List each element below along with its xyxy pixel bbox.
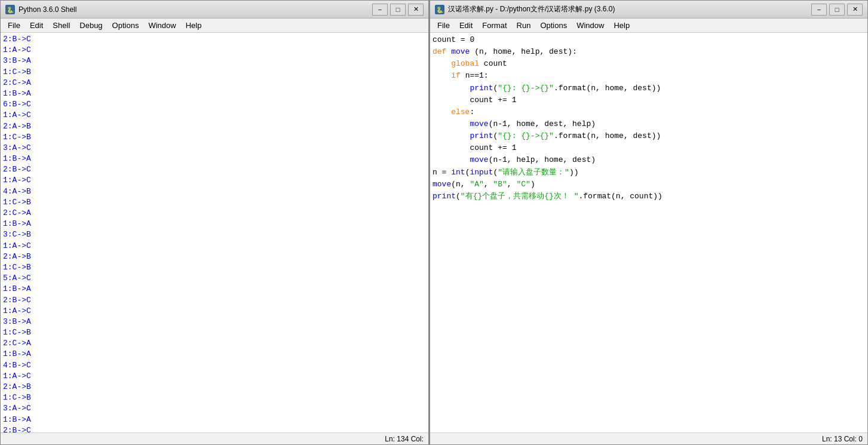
menu-options[interactable]: Options (535, 20, 572, 31)
list-item: 1:B->A (3, 88, 426, 99)
editor-title-bar: 🐍 汉诺塔求解.py - D:/python文件/汉诺塔求解.py (3.6.0… (430, 1, 867, 19)
list-item: 3:A->C (3, 403, 426, 414)
list-item: 5:A->C (3, 273, 426, 284)
editor-title-text: 汉诺塔求解.py - D:/python文件/汉诺塔求解.py (3.6.0) (448, 4, 615, 14)
shell-status-text: Ln: 134 Col: (385, 435, 424, 443)
python-icon: 🐍 (435, 5, 444, 14)
svg-text:🐍: 🐍 (7, 6, 14, 14)
list-item: 1:B->A (3, 284, 426, 294)
list-item: 4:A->B (3, 186, 426, 197)
menu-debug[interactable]: Debug (75, 20, 107, 31)
list-item: 1:A->C (3, 241, 426, 251)
code-line: global count (433, 58, 865, 70)
shell-title-bar: 🐍 Python 3.6.0 Shell − □ ✕ (1, 1, 428, 19)
menu-edit[interactable]: Edit (25, 20, 48, 31)
list-item: 6:B->C (3, 99, 426, 110)
menu-window[interactable]: Window (143, 20, 180, 31)
list-item: 1:A->C (3, 110, 426, 121)
editor-title-left: 🐍 汉诺塔求解.py - D:/python文件/汉诺塔求解.py (3.6.0… (435, 4, 615, 14)
maximize-button[interactable]: □ (829, 4, 845, 16)
shell-menu-bar: File Edit Shell Debug Options Window Hel… (1, 19, 428, 33)
editor-window-controls: − □ ✕ (811, 4, 863, 16)
list-item: 2:B->C (3, 34, 426, 45)
menu-file[interactable]: File (3, 20, 25, 31)
close-button[interactable]: ✕ (408, 4, 424, 16)
maximize-button[interactable]: □ (390, 4, 406, 16)
list-item: 2:B->C (3, 164, 426, 175)
list-item: 2:C->A (3, 208, 426, 219)
editor-window: 🐍 汉诺塔求解.py - D:/python文件/汉诺塔求解.py (3.6.0… (429, 0, 868, 445)
code-line: count = 0 (433, 34, 865, 46)
menu-options[interactable]: Options (108, 20, 144, 31)
list-item: 1:C->B (3, 262, 426, 273)
menu-help[interactable]: Help (181, 20, 207, 31)
list-item: 4:B->C (3, 360, 426, 371)
code-line: def move (n, home, help, dest): (433, 46, 865, 58)
code-line: print("{}: {}->{}".format(n, home, dest)… (433, 130, 865, 142)
menu-file[interactable]: File (433, 20, 455, 31)
list-item: 1:B->A (3, 415, 426, 425)
list-item: 2:A->B (3, 251, 426, 262)
code-line: if n==1: (433, 70, 865, 82)
list-item: 2:B->C (3, 425, 426, 432)
menu-run[interactable]: Run (512, 20, 536, 31)
list-item: 2:C->A (3, 338, 426, 349)
shell-content[interactable]: 2:B->C 1:A->C 3:B->A 1:C->B 2:C->A 1:B->… (1, 33, 428, 432)
list-item: 2:C->A (3, 78, 426, 88)
list-item: 3:B->A (3, 317, 426, 327)
editor-status-bar: Ln: 13 Col: 0 (430, 432, 867, 444)
list-item: 3:C->B (3, 229, 426, 240)
list-item: 1:A->C (3, 306, 426, 317)
editor-status-text: Ln: 13 Col: 0 (822, 435, 863, 443)
editor-menu-bar: File Edit Format Run Options Window Help (430, 19, 867, 33)
code-line: n = int(input("请输入盘子数量：")) (433, 167, 865, 179)
code-line: move(n-1, help, home, dest) (433, 154, 865, 166)
code-line: count += 1 (433, 94, 865, 106)
shell-window-controls: − □ ✕ (372, 4, 424, 16)
shell-title-left: 🐍 Python 3.6.0 Shell (5, 5, 76, 14)
code-editor[interactable]: count = 0 def move (n, home, help, dest)… (430, 33, 867, 432)
shell-status-bar: Ln: 134 Col: (1, 432, 428, 444)
list-item: 1:C->B (3, 392, 426, 403)
shell-window: 🐍 Python 3.6.0 Shell − □ ✕ File Edit She… (0, 0, 429, 445)
python-icon: 🐍 (5, 5, 15, 14)
list-item: 1:B->A (3, 349, 426, 360)
list-item: 2:A->B (3, 382, 426, 392)
list-item: 1:C->B (3, 327, 426, 338)
list-item: 1:C->B (3, 197, 426, 208)
shell-output: 2:B->C 1:A->C 3:B->A 1:C->B 2:C->A 1:B->… (3, 34, 426, 432)
code-line: print("{}: {}->{}".format(n, home, dest)… (433, 82, 865, 94)
list-item: 1:C->B (3, 67, 426, 78)
shell-title-text: Python 3.6.0 Shell (19, 5, 76, 14)
list-item: 1:C->B (3, 132, 426, 143)
svg-text:🐍: 🐍 (436, 6, 444, 14)
menu-shell[interactable]: Shell (48, 20, 75, 31)
menu-help[interactable]: Help (609, 20, 634, 31)
minimize-button[interactable]: − (372, 4, 388, 16)
code-line: else: (433, 106, 865, 118)
code-line: move(n, "A", "B", "C") (433, 179, 865, 191)
list-item: 3:A->C (3, 143, 426, 154)
code-line: print("有{}个盘子，共需移动{}次！ ".format(n, count… (433, 191, 865, 202)
list-item: 1:A->C (3, 175, 426, 186)
menu-window[interactable]: Window (572, 20, 609, 31)
list-item: 1:B->A (3, 154, 426, 164)
code-line: move(n-1, home, dest, help) (433, 118, 865, 130)
minimize-button[interactable]: − (811, 4, 827, 16)
list-item: 1:A->C (3, 371, 426, 382)
list-item: 2:B->C (3, 295, 426, 306)
code-line: count += 1 (433, 142, 865, 154)
close-button[interactable]: ✕ (847, 4, 863, 16)
menu-edit[interactable]: Edit (455, 20, 477, 31)
list-item: 2:A->B (3, 121, 426, 132)
list-item: 1:B->A (3, 219, 426, 229)
list-item: 1:A->C (3, 45, 426, 56)
list-item: 3:B->A (3, 56, 426, 66)
menu-format[interactable]: Format (477, 20, 511, 31)
